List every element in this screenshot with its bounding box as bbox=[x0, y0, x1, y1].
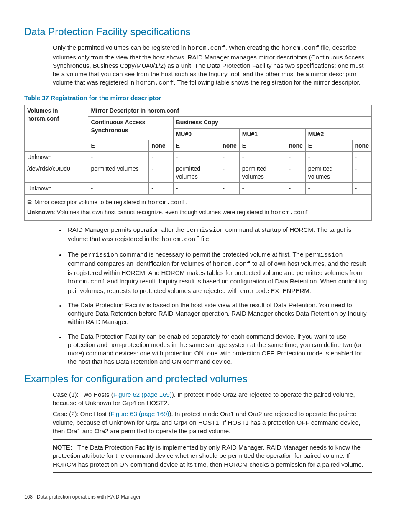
footer-title: Data protection operations with RAID Man… bbox=[37, 494, 141, 500]
list-item: The permission command is necessary to p… bbox=[65, 250, 372, 295]
code-horcm-conf: horcm.conf bbox=[188, 45, 225, 52]
col-volumes: Volumes in horcm.conf bbox=[25, 105, 88, 152]
section-heading-1: Data Protection Facility specifications bbox=[24, 25, 372, 39]
page-footer: 168 Data protection operations with RAID… bbox=[24, 493, 372, 500]
col-none: none bbox=[352, 140, 372, 152]
case1-paragraph: Case (1): Two Hosts (Figure 62 (page 169… bbox=[53, 391, 372, 408]
table-row: /dev/rdsk/c0t0d0 permitted volumes- perm… bbox=[25, 163, 372, 183]
table-footnotes: E: Mirror descriptor volume to be regist… bbox=[24, 195, 372, 221]
table-row: Unknown -- -- -- -- bbox=[25, 183, 372, 195]
note-text: The Data Protection Facility is implemen… bbox=[53, 444, 363, 468]
note-label: NOTE: bbox=[53, 444, 72, 451]
col-e: E bbox=[173, 140, 220, 152]
bullet-list: RAID Manager permits operation after the… bbox=[53, 226, 372, 366]
col-mirror: Mirror Descriptor in horcm.conf bbox=[88, 105, 372, 116]
intro-paragraph: Only the permitted volumes can be regist… bbox=[53, 44, 372, 87]
col-none: none bbox=[286, 140, 305, 152]
col-e: E bbox=[305, 140, 352, 152]
case2-paragraph: Case (2): One Host (Figure 63 (page 169)… bbox=[53, 410, 372, 435]
col-none: none bbox=[220, 140, 239, 152]
page-number: 168 bbox=[24, 494, 33, 500]
table-caption: Table 37 Registration for the mirror des… bbox=[24, 94, 372, 102]
section-heading-2: Examples for configuration and protected… bbox=[24, 372, 372, 386]
note-block: NOTE: The Data Protection Facility is im… bbox=[53, 439, 372, 473]
col-e: E bbox=[239, 140, 286, 152]
col-mu2: MU#2 bbox=[305, 128, 371, 140]
col-cas: Continuous Access Synchronous bbox=[88, 116, 173, 140]
list-item: The Data Protection Facility can be enab… bbox=[65, 332, 372, 366]
col-mu0: MU#0 bbox=[173, 128, 239, 140]
list-item: RAID Manager permits operation after the… bbox=[65, 226, 372, 244]
mirror-descriptor-table: Volumes in horcm.conf Mirror Descriptor … bbox=[24, 105, 372, 195]
col-mu1: MU#1 bbox=[239, 128, 305, 140]
code-horcm-conf: horcm.conf bbox=[136, 80, 174, 87]
figure-62-link[interactable]: Figure 62 (page 169) bbox=[113, 391, 172, 398]
col-none: none bbox=[149, 140, 174, 152]
figure-63-link[interactable]: Figure 63 (page 169) bbox=[110, 410, 169, 417]
table-row: Unknown -- -- -- -- bbox=[25, 152, 372, 163]
list-item: The Data Protection Facility is based on… bbox=[65, 301, 372, 326]
code-horcm-conf: horcm.conf bbox=[281, 45, 319, 52]
col-bc: Business Copy bbox=[173, 116, 371, 128]
col-e: E bbox=[88, 140, 149, 152]
